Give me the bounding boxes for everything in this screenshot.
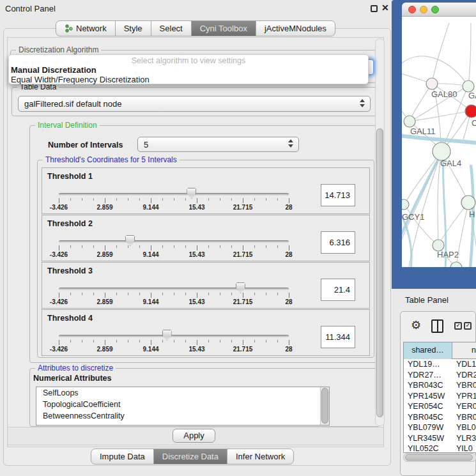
name-cell: YDL1: [456, 360, 476, 369]
shared-name-cell: YBR045C: [408, 413, 443, 422]
threshold-label: Threshold 1: [47, 172, 93, 181]
slider-track[interactable]: [59, 193, 289, 196]
network-edge[interactable]: [432, 23, 449, 84]
shared-name-cell: YER054C: [408, 402, 443, 411]
table-row[interactable]: YIL052CYIL0: [404, 443, 476, 453]
network-edge-highlighted[interactable]: [402, 152, 442, 242]
minimize-traffic-icon[interactable]: [420, 6, 427, 13]
tick-label: 21.715: [217, 298, 268, 305]
tick-label: 21.715: [217, 251, 268, 258]
network-edge[interactable]: [468, 23, 471, 86]
algorithm-option-equal-width[interactable]: Equal Width/Frequency Discretization: [11, 75, 150, 84]
slider-track[interactable]: [59, 240, 289, 243]
scrollbar-thumb[interactable]: [376, 128, 383, 417]
slider-thumb[interactable]: [125, 235, 135, 246]
checkbox-icon[interactable]: ✓: [464, 322, 472, 330]
tick-label: -3.426: [33, 298, 84, 305]
tab-cyni-toolbox[interactable]: Cyni Toolbox: [191, 20, 256, 36]
attribute-list-item[interactable]: SelfLoops: [36, 387, 329, 399]
table-data-combo[interactable]: galFiltered.sif default node: [18, 96, 371, 112]
network-window-titlebar[interactable]: [402, 3, 476, 17]
number-of-intervals-combo[interactable]: 5: [137, 137, 299, 152]
number-of-intervals-label: Number of Intervals: [48, 141, 123, 150]
tab-discretize-data[interactable]: Discretize Data: [153, 449, 227, 464]
network-node[interactable]: [402, 199, 409, 210]
checkbox-icon[interactable]: ✓: [454, 322, 462, 330]
name-cell: YBR0: [456, 413, 476, 422]
thresholds-group: Threshold's Coordinates for 5 Intervals …: [37, 160, 374, 358]
scrollbar-thumb[interactable]: [321, 388, 328, 424]
network-edge[interactable]: [410, 84, 432, 121]
tab-jactivemnodules[interactable]: jActiveMNodules: [256, 20, 335, 36]
slider-thumb[interactable]: [236, 282, 245, 293]
tab-style[interactable]: Style: [115, 20, 151, 36]
threshold-value-field[interactable]: 6.316: [321, 231, 355, 254]
node-label: HAP2: [437, 250, 459, 259]
threshold-value-field[interactable]: 14.713: [321, 184, 355, 206]
table-row[interactable]: YPR145WYPR1: [404, 391, 476, 402]
column-header-shared-name[interactable]: shared…: [404, 342, 452, 359]
number-of-intervals-value: 5: [144, 140, 148, 150]
slider-thumb[interactable]: [162, 330, 172, 341]
tick-label: 9.144: [125, 298, 176, 305]
node-label: C: [472, 118, 476, 128]
table-panel: ⚙ ✓ ✓ shared… na YDL19…YDL1YDR27…YDR2YBR…: [400, 311, 476, 476]
node-label: GA: [468, 91, 476, 100]
network-node[interactable]: [426, 78, 438, 89]
column-header-name[interactable]: na: [452, 342, 476, 359]
tab-infer-network[interactable]: Infer Network: [227, 449, 294, 464]
discretization-algorithm-label: Discretization Algorithm: [16, 45, 101, 54]
split-view-icon[interactable]: [431, 319, 443, 333]
numerical-attributes-list[interactable]: SelfLoopsTopologicalCoefficientBetweenne…: [36, 387, 330, 426]
table-row[interactable]: YDR27…YDR2: [404, 370, 476, 381]
control-panel-scrollbar[interactable]: [375, 38, 385, 426]
node-label: GCY1: [402, 212, 424, 222]
name-cell: YER0: [456, 402, 476, 411]
tab-network[interactable]: Network: [56, 20, 116, 36]
table-data-combo-value: galFiltered.sif default node: [24, 99, 121, 109]
threshold-row: Threshold 4-3.4262.8599.14415.4321.71528…: [42, 309, 370, 356]
slider-ticks: [59, 198, 289, 203]
slider-ticks: [59, 340, 289, 345]
network-canvas[interactable]: GAL80GACGAL11GAL4GCY1HHAP2: [402, 17, 476, 267]
slider-thumb[interactable]: [187, 188, 196, 199]
threshold-value-field[interactable]: 11.344: [321, 326, 355, 348]
table-row[interactable]: YBR043CYBR0: [404, 380, 476, 391]
close-icon[interactable]: ✕: [381, 3, 389, 13]
network-node[interactable]: [461, 196, 475, 210]
tab-select[interactable]: Select: [151, 20, 192, 36]
tick-label: 15.43: [171, 204, 222, 211]
node-label: GAL11: [410, 127, 436, 136]
table-rows: YDL19…YDL1YDR27…YDR2YBR043CYBR0YPR145WYP…: [404, 359, 476, 453]
network-node[interactable]: [404, 116, 415, 127]
threshold-label: Threshold 3: [47, 266, 93, 275]
network-edge-highlighted[interactable]: [402, 135, 476, 143]
apply-button[interactable]: Apply: [173, 429, 215, 443]
zoom-traffic-icon[interactable]: [431, 6, 439, 13]
slider-track[interactable]: [59, 335, 289, 338]
network-node[interactable]: [465, 105, 476, 118]
float-window-icon[interactable]: [371, 5, 378, 12]
panel-title: Control Panel: [5, 4, 56, 13]
table-row[interactable]: YBL079WYBL0: [404, 422, 476, 433]
shared-name-cell: YDR27…: [408, 371, 441, 380]
algorithm-option-manual[interactable]: Manual Discretization: [11, 65, 96, 75]
table-horizontal-scrollbar[interactable]: [403, 453, 476, 462]
scrollbar-thumb[interactable]: [405, 454, 473, 461]
table-row[interactable]: YBR045CYBR0: [404, 412, 476, 423]
table-row[interactable]: YER054CYER0: [404, 401, 476, 412]
tab-impute-data[interactable]: Impute Data: [91, 449, 154, 464]
table-row[interactable]: YLR345WYLR3: [404, 433, 476, 444]
threshold-value-field[interactable]: 21.4: [321, 279, 355, 301]
node-table: shared… na YDL19…YDL1YDR27…YDR2YBR043CYB…: [403, 342, 476, 453]
close-traffic-icon[interactable]: [408, 6, 416, 13]
attribute-list-item[interactable]: BetweennessCentrality: [36, 410, 329, 422]
shared-name-cell: YDL19…: [408, 360, 440, 369]
network-node[interactable]: [433, 142, 450, 160]
table-row[interactable]: YDL19…YDL1: [404, 359, 476, 370]
attributes-list-scrollbar[interactable]: [320, 387, 329, 425]
attribute-list-item[interactable]: TopologicalCoefficient: [36, 399, 329, 410]
slider-track[interactable]: [59, 288, 289, 291]
gear-icon[interactable]: ⚙: [411, 318, 421, 332]
tick-label: 2.859: [79, 298, 130, 305]
